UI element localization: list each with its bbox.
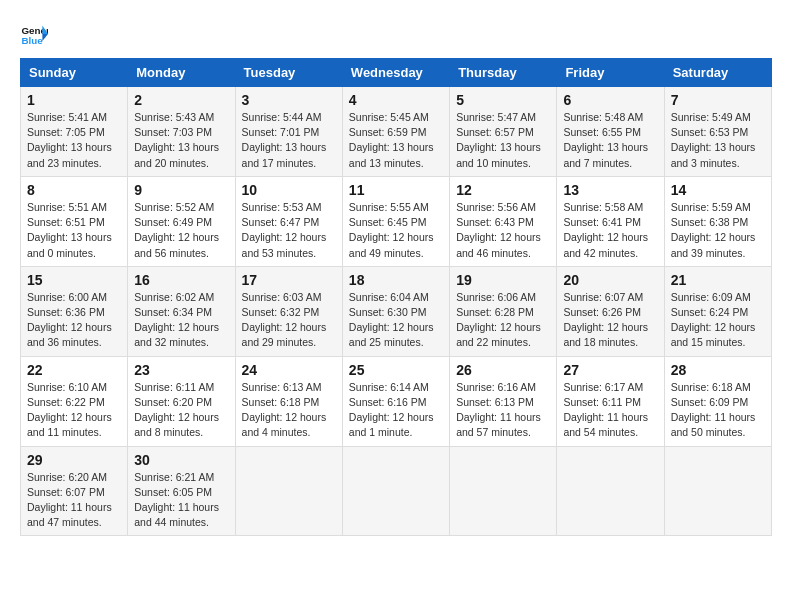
day-number: 29	[27, 452, 121, 468]
day-info: Sunrise: 5:47 AMSunset: 6:57 PMDaylight:…	[456, 110, 550, 171]
calendar-cell: 12Sunrise: 5:56 AMSunset: 6:43 PMDayligh…	[450, 176, 557, 266]
day-number: 4	[349, 92, 443, 108]
day-number: 1	[27, 92, 121, 108]
weekday-header: Saturday	[664, 59, 771, 87]
logo-icon: General Blue	[20, 20, 48, 48]
weekday-header: Friday	[557, 59, 664, 87]
calendar-cell: 23Sunrise: 6:11 AMSunset: 6:20 PMDayligh…	[128, 356, 235, 446]
day-info: Sunrise: 6:13 AMSunset: 6:18 PMDaylight:…	[242, 380, 336, 441]
day-info: Sunrise: 6:04 AMSunset: 6:30 PMDaylight:…	[349, 290, 443, 351]
calendar-week-row: 1Sunrise: 5:41 AMSunset: 7:05 PMDaylight…	[21, 87, 772, 177]
day-number: 9	[134, 182, 228, 198]
day-info: Sunrise: 5:51 AMSunset: 6:51 PMDaylight:…	[27, 200, 121, 261]
calendar-cell: 24Sunrise: 6:13 AMSunset: 6:18 PMDayligh…	[235, 356, 342, 446]
day-number: 16	[134, 272, 228, 288]
day-info: Sunrise: 5:45 AMSunset: 6:59 PMDaylight:…	[349, 110, 443, 171]
day-info: Sunrise: 6:03 AMSunset: 6:32 PMDaylight:…	[242, 290, 336, 351]
day-info: Sunrise: 6:10 AMSunset: 6:22 PMDaylight:…	[27, 380, 121, 441]
day-number: 22	[27, 362, 121, 378]
day-info: Sunrise: 6:18 AMSunset: 6:09 PMDaylight:…	[671, 380, 765, 441]
calendar-cell: 11Sunrise: 5:55 AMSunset: 6:45 PMDayligh…	[342, 176, 449, 266]
calendar-header: SundayMondayTuesdayWednesdayThursdayFrid…	[21, 59, 772, 87]
calendar-cell: 30Sunrise: 6:21 AMSunset: 6:05 PMDayligh…	[128, 446, 235, 536]
day-info: Sunrise: 6:21 AMSunset: 6:05 PMDaylight:…	[134, 470, 228, 531]
svg-marker-3	[42, 34, 48, 41]
calendar-cell	[450, 446, 557, 536]
day-info: Sunrise: 6:09 AMSunset: 6:24 PMDaylight:…	[671, 290, 765, 351]
day-info: Sunrise: 5:44 AMSunset: 7:01 PMDaylight:…	[242, 110, 336, 171]
page-header: General Blue	[20, 20, 772, 48]
day-number: 24	[242, 362, 336, 378]
calendar-cell: 4Sunrise: 5:45 AMSunset: 6:59 PMDaylight…	[342, 87, 449, 177]
calendar-cell: 7Sunrise: 5:49 AMSunset: 6:53 PMDaylight…	[664, 87, 771, 177]
calendar-cell: 1Sunrise: 5:41 AMSunset: 7:05 PMDaylight…	[21, 87, 128, 177]
weekday-header: Tuesday	[235, 59, 342, 87]
day-number: 15	[27, 272, 121, 288]
calendar-cell: 13Sunrise: 5:58 AMSunset: 6:41 PMDayligh…	[557, 176, 664, 266]
calendar-week-row: 29Sunrise: 6:20 AMSunset: 6:07 PMDayligh…	[21, 446, 772, 536]
day-info: Sunrise: 5:43 AMSunset: 7:03 PMDaylight:…	[134, 110, 228, 171]
calendar-table: SundayMondayTuesdayWednesdayThursdayFrid…	[20, 58, 772, 536]
day-number: 7	[671, 92, 765, 108]
calendar-cell: 28Sunrise: 6:18 AMSunset: 6:09 PMDayligh…	[664, 356, 771, 446]
day-info: Sunrise: 6:11 AMSunset: 6:20 PMDaylight:…	[134, 380, 228, 441]
day-number: 17	[242, 272, 336, 288]
calendar-week-row: 22Sunrise: 6:10 AMSunset: 6:22 PMDayligh…	[21, 356, 772, 446]
day-number: 2	[134, 92, 228, 108]
day-number: 3	[242, 92, 336, 108]
day-info: Sunrise: 5:48 AMSunset: 6:55 PMDaylight:…	[563, 110, 657, 171]
calendar-cell: 22Sunrise: 6:10 AMSunset: 6:22 PMDayligh…	[21, 356, 128, 446]
calendar-week-row: 15Sunrise: 6:00 AMSunset: 6:36 PMDayligh…	[21, 266, 772, 356]
day-number: 25	[349, 362, 443, 378]
calendar-cell	[557, 446, 664, 536]
calendar-cell: 15Sunrise: 6:00 AMSunset: 6:36 PMDayligh…	[21, 266, 128, 356]
day-number: 11	[349, 182, 443, 198]
day-info: Sunrise: 6:16 AMSunset: 6:13 PMDaylight:…	[456, 380, 550, 441]
day-info: Sunrise: 6:00 AMSunset: 6:36 PMDaylight:…	[27, 290, 121, 351]
calendar-cell: 2Sunrise: 5:43 AMSunset: 7:03 PMDaylight…	[128, 87, 235, 177]
day-number: 19	[456, 272, 550, 288]
day-info: Sunrise: 5:41 AMSunset: 7:05 PMDaylight:…	[27, 110, 121, 171]
calendar-cell: 14Sunrise: 5:59 AMSunset: 6:38 PMDayligh…	[664, 176, 771, 266]
calendar-cell: 20Sunrise: 6:07 AMSunset: 6:26 PMDayligh…	[557, 266, 664, 356]
calendar-cell: 8Sunrise: 5:51 AMSunset: 6:51 PMDaylight…	[21, 176, 128, 266]
calendar-cell: 16Sunrise: 6:02 AMSunset: 6:34 PMDayligh…	[128, 266, 235, 356]
weekday-header: Wednesday	[342, 59, 449, 87]
calendar-cell: 26Sunrise: 6:16 AMSunset: 6:13 PMDayligh…	[450, 356, 557, 446]
day-number: 10	[242, 182, 336, 198]
day-number: 20	[563, 272, 657, 288]
weekday-header: Monday	[128, 59, 235, 87]
day-info: Sunrise: 6:14 AMSunset: 6:16 PMDaylight:…	[349, 380, 443, 441]
logo: General Blue	[20, 20, 52, 48]
calendar-cell: 10Sunrise: 5:53 AMSunset: 6:47 PMDayligh…	[235, 176, 342, 266]
calendar-cell: 21Sunrise: 6:09 AMSunset: 6:24 PMDayligh…	[664, 266, 771, 356]
calendar-cell: 25Sunrise: 6:14 AMSunset: 6:16 PMDayligh…	[342, 356, 449, 446]
day-info: Sunrise: 5:49 AMSunset: 6:53 PMDaylight:…	[671, 110, 765, 171]
calendar-cell: 18Sunrise: 6:04 AMSunset: 6:30 PMDayligh…	[342, 266, 449, 356]
day-info: Sunrise: 6:06 AMSunset: 6:28 PMDaylight:…	[456, 290, 550, 351]
day-info: Sunrise: 5:56 AMSunset: 6:43 PMDaylight:…	[456, 200, 550, 261]
calendar-cell: 9Sunrise: 5:52 AMSunset: 6:49 PMDaylight…	[128, 176, 235, 266]
calendar-cell	[342, 446, 449, 536]
day-info: Sunrise: 6:20 AMSunset: 6:07 PMDaylight:…	[27, 470, 121, 531]
day-number: 27	[563, 362, 657, 378]
day-number: 23	[134, 362, 228, 378]
calendar-cell: 29Sunrise: 6:20 AMSunset: 6:07 PMDayligh…	[21, 446, 128, 536]
day-number: 26	[456, 362, 550, 378]
day-number: 14	[671, 182, 765, 198]
svg-text:Blue: Blue	[21, 35, 43, 46]
day-info: Sunrise: 6:02 AMSunset: 6:34 PMDaylight:…	[134, 290, 228, 351]
calendar-cell: 6Sunrise: 5:48 AMSunset: 6:55 PMDaylight…	[557, 87, 664, 177]
day-number: 8	[27, 182, 121, 198]
calendar-week-row: 8Sunrise: 5:51 AMSunset: 6:51 PMDaylight…	[21, 176, 772, 266]
calendar-cell: 17Sunrise: 6:03 AMSunset: 6:32 PMDayligh…	[235, 266, 342, 356]
day-number: 13	[563, 182, 657, 198]
calendar-cell: 27Sunrise: 6:17 AMSunset: 6:11 PMDayligh…	[557, 356, 664, 446]
day-info: Sunrise: 5:55 AMSunset: 6:45 PMDaylight:…	[349, 200, 443, 261]
day-number: 30	[134, 452, 228, 468]
day-number: 18	[349, 272, 443, 288]
calendar-cell: 19Sunrise: 6:06 AMSunset: 6:28 PMDayligh…	[450, 266, 557, 356]
calendar-cell	[235, 446, 342, 536]
weekday-header: Sunday	[21, 59, 128, 87]
day-info: Sunrise: 6:17 AMSunset: 6:11 PMDaylight:…	[563, 380, 657, 441]
